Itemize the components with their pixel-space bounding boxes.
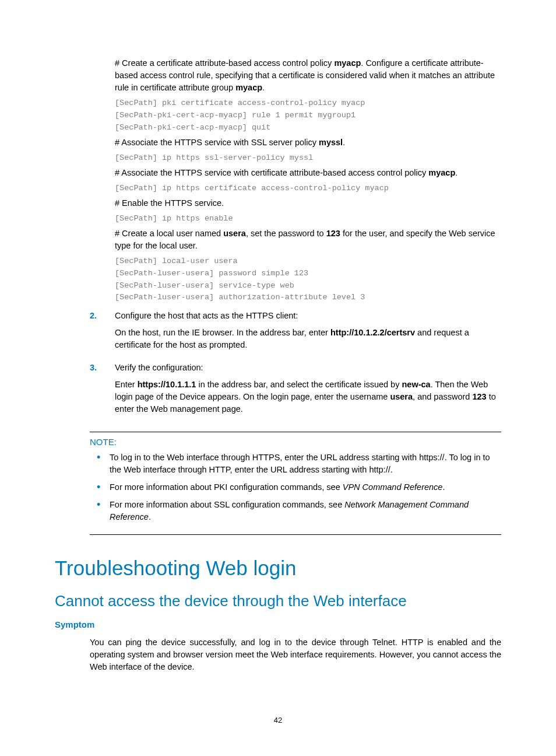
heading-3: Symptom	[55, 618, 501, 631]
bold-text: 123	[472, 392, 486, 401]
list-number: 3.	[90, 362, 115, 420]
paragraph: # Associate the HTTPS service with certi…	[115, 167, 501, 179]
text: in the address bar, and select the certi…	[196, 380, 402, 389]
paragraph: Verify the configuration:	[115, 362, 501, 374]
bold-text: myacp	[428, 168, 455, 177]
bold-text: usera	[390, 392, 413, 401]
paragraph: Enter https://10.1.1.1 in the address ba…	[115, 379, 501, 415]
text: Enter	[115, 380, 138, 389]
bullet-item: • For more information about PKI configu…	[90, 481, 501, 493]
paragraph: You can ping the device successfully, an…	[90, 636, 501, 673]
code-block: [SecPath] local-user usera [SecPath-luse…	[115, 256, 501, 304]
bullet-text: For more information about PKI configura…	[110, 481, 501, 493]
bullet-item: • To log in to the Web interface through…	[90, 452, 501, 475]
text: .	[343, 138, 345, 147]
text: # Create a local user named	[115, 229, 223, 238]
bullet-icon: •	[97, 452, 110, 475]
document-page: # Create a certificate attribute-based a…	[0, 0, 556, 756]
heading-2: Cannot access the device through the Web…	[55, 590, 501, 611]
paragraph: # Associate the HTTPS service with SSL s…	[115, 136, 501, 149]
text: .	[262, 83, 265, 92]
paragraph: # Create a local user named usera, set t…	[115, 228, 501, 252]
text: For more information about SSL configura…	[110, 500, 344, 509]
text: .	[455, 168, 458, 177]
bold-text: 123	[326, 229, 340, 238]
bullet-icon: •	[97, 481, 110, 493]
text: For more information about PKI configura…	[110, 482, 343, 492]
heading-1: Troubleshooting Web login	[55, 554, 501, 582]
list-body: Configure the host that acts as the HTTP…	[115, 310, 501, 356]
code-block: [SecPath] pki certificate access-control…	[115, 97, 501, 134]
bullet-text: To log in to the Web interface through H…	[110, 452, 501, 475]
note-block: NOTE: • To log in to the Web interface t…	[90, 432, 501, 534]
note-label: NOTE:	[90, 436, 501, 448]
bold-text: myssl	[319, 138, 343, 147]
text: .	[442, 482, 445, 492]
paragraph: On the host, run the IE browser. In the …	[115, 327, 501, 351]
list-item: 2. Configure the host that acts as the H…	[90, 310, 501, 356]
list-number: 2.	[90, 310, 115, 356]
bold-text: new-ca	[402, 380, 430, 389]
text: , and password	[413, 392, 472, 401]
bullet-icon: •	[97, 499, 110, 523]
bullet-item: • For more information about SSL configu…	[90, 499, 501, 523]
bold-text: https://10.1.1.1	[138, 380, 196, 389]
code-block: [SecPath] ip https enable	[115, 213, 501, 225]
list-item: 3. Verify the configuration: Enter https…	[90, 362, 501, 420]
text: , set the password to	[246, 229, 326, 238]
bold-text: usera	[223, 229, 246, 238]
text: # Associate the HTTPS service with SSL s…	[115, 138, 319, 147]
text: # Create a certificate attribute-based a…	[115, 58, 334, 68]
list-body: Verify the configuration: Enter https://…	[115, 362, 501, 420]
page-number: 42	[0, 715, 556, 726]
code-block: [SecPath] ip https ssl-server-policy mys…	[115, 152, 501, 164]
paragraph: Configure the host that acts as the HTTP…	[115, 310, 501, 322]
bold-text: myacp	[334, 58, 361, 68]
section-body: # Create a certificate attribute-based a…	[115, 57, 501, 304]
bold-text: myacp	[235, 83, 262, 92]
code-block: [SecPath] ip https certificate access-co…	[115, 183, 501, 195]
bullet-text: For more information about SSL configura…	[110, 499, 501, 523]
paragraph: # Enable the HTTPS service.	[115, 197, 501, 209]
text: On the host, run the IE browser. In the …	[115, 328, 330, 337]
text: .	[149, 512, 151, 522]
text: # Associate the HTTPS service with certi…	[115, 168, 428, 177]
bold-text: http://10.1.2.2/certsrv	[330, 328, 415, 337]
italic-text: VPN Command Reference	[343, 482, 443, 492]
paragraph: # Create a certificate attribute-based a…	[115, 57, 501, 94]
